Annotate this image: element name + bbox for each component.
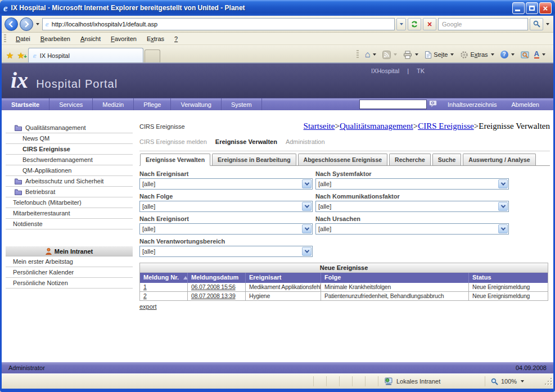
feed-button[interactable] — [382, 51, 398, 59]
filter-select-ursachen[interactable]: [alle] — [315, 223, 509, 235]
sidebar-item-qualitaetsmanagement[interactable]: Qualitätsmanagement — [6, 123, 133, 133]
sidebar-item-mitarbeiterrestaurant[interactable]: Mitarbeiterrestaurant — [6, 208, 133, 219]
breadcrumb-cirs-ereignisse[interactable]: CIRS Ereignisse — [418, 121, 474, 130]
toolbar-grip[interactable] — [4, 34, 6, 43]
nav-system[interactable]: System — [222, 98, 262, 110]
filter-select-verantwortungsbereich[interactable]: [alle] — [139, 246, 313, 257]
resize-grip[interactable] — [543, 376, 553, 386]
sidebar-item-mein-erster-arbeitstag[interactable]: Mein erster Arbeitstag — [6, 256, 133, 267]
web-search-input[interactable] — [439, 21, 527, 28]
nav-verwaltung[interactable]: Verwaltung — [171, 98, 221, 110]
column-meldungsdatum[interactable]: Meldungsdatum — [188, 273, 246, 283]
sidebar-item-beschwerdemanagement[interactable]: Beschwerdemanagement — [6, 155, 133, 165]
command-bar-grip[interactable] — [357, 50, 359, 59]
tools-menu-button[interactable]: Extras — [460, 51, 495, 59]
row-1-status: Neue Ereignismeldung — [469, 283, 548, 291]
menu-hilfe[interactable]: ? — [169, 33, 183, 44]
menu-ansicht[interactable]: Ansicht — [75, 33, 106, 44]
help-button[interactable]: ? — [500, 51, 516, 58]
search-options-dropdown-icon[interactable] — [546, 23, 549, 25]
export-link[interactable]: export — [139, 303, 157, 310]
add-favorite-icon[interactable]: ★+ — [17, 51, 24, 60]
tab-abgeschlossene-ereignisse[interactable]: Abgeschlossene Ereignisse — [298, 154, 387, 165]
menu-favoriten[interactable]: Favoriten — [106, 33, 142, 44]
tab-ereignisse-verwalten[interactable]: Ereignisse Verwalten — [140, 154, 210, 166]
maximize-button[interactable] — [526, 2, 538, 14]
sidebar-item-telefonbuch[interactable]: Telefonbuch (Mitarbeiter) — [6, 197, 133, 208]
stop-button[interactable]: × — [423, 18, 436, 30]
top-link-tk[interactable]: TK — [417, 67, 425, 74]
filter-select-systemfaktor[interactable]: [alle] — [315, 178, 509, 190]
nav-pflege[interactable]: Pflege — [134, 98, 171, 110]
page-title: CIRS Ereignisse — [139, 121, 185, 130]
zoom-control[interactable]: 100% — [485, 376, 543, 386]
portal-search-icon[interactable] — [429, 100, 437, 109]
new-tab-button[interactable] — [145, 49, 160, 62]
footer-date: 04.09.2008 — [516, 364, 547, 371]
print-button[interactable] — [403, 51, 419, 59]
tab-recherche[interactable]: Recherche — [389, 154, 431, 165]
breadcrumb-qualitaetsmanagement[interactable]: Qualitätsmanagement — [340, 121, 413, 130]
close-button[interactable]: × — [539, 2, 552, 14]
favorites-star-icon[interactable]: ★ — [6, 51, 13, 60]
sidebar-item-notdienste[interactable]: Notdienste — [6, 219, 133, 229]
nav-abmelden[interactable]: Abmelden — [504, 101, 547, 108]
filter-label-systemfaktor: Nach Systemfaktor — [315, 171, 509, 177]
web-search-box[interactable] — [438, 18, 528, 30]
address-dropdown-button[interactable] — [396, 18, 406, 30]
nav-medizin[interactable]: Medizin — [93, 98, 134, 110]
sidebar-item-arbeitsschutz[interactable]: Arbeitsschutz und Sicherheit — [6, 176, 133, 187]
menu-datei[interactable]: Datei — [11, 33, 35, 44]
menu-bar: Datei Bearbeiten Ansicht Favoriten Extra… — [2, 33, 553, 45]
url-text: http://localhost/ixhospitalv1/default.as… — [52, 21, 157, 28]
url-field[interactable]: e http://localhost/ixhospitalv1/default.… — [42, 18, 395, 30]
subnav-ereignisse-verwalten[interactable]: Ereignisse Verwalten — [215, 138, 277, 145]
breadcrumb-startseite[interactable]: Startseite — [304, 121, 335, 130]
column-folge[interactable]: Folge — [321, 273, 469, 283]
sidebar-item-persoenliche-notizen[interactable]: Persönliche Notizen — [6, 278, 133, 289]
nav-inhaltsverzeichnis[interactable]: Inhaltsverzeichnis — [440, 101, 504, 108]
minimize-button[interactable] — [512, 2, 525, 14]
column-meldung-nr[interactable]: Meldung Nr. — [140, 273, 188, 283]
zoom-dropdown-icon — [521, 380, 524, 382]
filter-select-folge[interactable]: [alle] — [139, 201, 313, 212]
nav-startseite[interactable]: Startseite — [2, 98, 49, 110]
sidebar-item-qm-applikationen[interactable]: QM-Applikationen — [6, 165, 133, 176]
portal-search-input[interactable] — [359, 100, 427, 109]
subnav-cirs-melden[interactable]: CIRS Ereignisse melden — [139, 138, 207, 145]
sidebar-item-cirs-ereignisse[interactable]: CIRS Ereignisse — [6, 144, 133, 155]
forward-button[interactable] — [20, 17, 33, 31]
row-2-nr-link[interactable]: 2 — [143, 292, 147, 299]
refresh-button[interactable] — [408, 18, 421, 30]
tab-suche[interactable]: Suche — [432, 154, 462, 165]
tab-auswertung-analyse[interactable]: Auswertung / Analyse — [463, 154, 535, 165]
browser-tab[interactable]: e IX Hospital — [28, 48, 143, 62]
nav-services[interactable]: Services — [49, 98, 93, 110]
page-menu-button[interactable]: Seite — [425, 51, 455, 59]
row-1-nr-link[interactable]: 1 — [143, 283, 147, 290]
filter-select-ereignisort[interactable]: [alle] — [139, 223, 313, 235]
column-ereignisart[interactable]: Ereignisart — [246, 273, 321, 283]
tab-ereignisse-in-bearbeitung[interactable]: Ereignisse in Bearbeitung — [212, 154, 296, 165]
history-dropdown-icon[interactable] — [36, 23, 39, 25]
row-2-date-link[interactable]: 08.07.2008 13:39 — [191, 292, 236, 299]
row-2-ereignisart: Hygiene — [246, 292, 321, 300]
command-bar: ⌂ Seite Extras — [357, 50, 551, 62]
menu-extras[interactable]: Extras — [142, 33, 169, 44]
sidebar-item-news-qm[interactable]: News QM — [6, 133, 133, 144]
search-go-button[interactable] — [530, 18, 543, 30]
row-1-date-link[interactable]: 06.07.2008 15:56 — [191, 283, 236, 290]
font-icon: A — [534, 51, 539, 58]
edit-button[interactable]: A — [534, 51, 547, 58]
home-button[interactable]: ⌂ — [365, 51, 378, 58]
top-link-ixhospital[interactable]: IXHospital — [371, 67, 399, 74]
column-status[interactable]: Status — [469, 273, 548, 283]
menu-bearbeiten[interactable]: Bearbeiten — [35, 33, 75, 44]
filter-select-kommunikationsfaktor[interactable]: [alle] — [315, 201, 509, 212]
back-button[interactable] — [4, 17, 18, 31]
filter-select-ereignisart[interactable]: [alle] — [139, 178, 313, 190]
sidebar-item-betriebsrat[interactable]: Betriebsrat — [6, 187, 133, 197]
subnav-administration[interactable]: Administration — [286, 138, 325, 145]
sidebar-item-persoenlicher-kalender[interactable]: Persönlicher Kalender — [6, 267, 133, 278]
research-button[interactable] — [521, 51, 529, 59]
